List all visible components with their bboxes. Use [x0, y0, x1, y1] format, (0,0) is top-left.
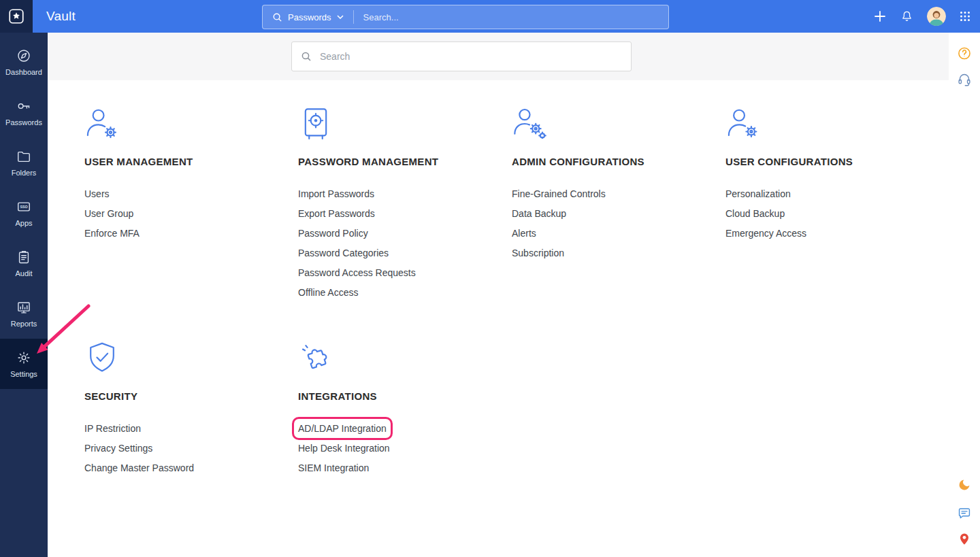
header-actions — [873, 7, 980, 26]
category-title: USER MANAGEMENT — [84, 156, 298, 167]
link-label: Export Passwords — [298, 208, 375, 219]
category-title: ADMIN CONFIGURATIONS — [512, 156, 725, 167]
link-label: Personalization — [725, 188, 791, 199]
settings-link-password-access-requests[interactable]: Password Access Requests — [298, 263, 512, 282]
user-avatar[interactable] — [927, 7, 946, 26]
settings-gear-icon — [16, 350, 31, 365]
search-scope-dropdown[interactable]: Passwords — [263, 5, 353, 29]
category-title: SECURITY — [84, 390, 298, 402]
vault-logo[interactable] — [0, 0, 33, 33]
settings-link-data-backup[interactable]: Data Backup — [512, 203, 725, 223]
settings-link-ad-ldap-integration[interactable]: AD/LDAP Integration — [298, 418, 512, 438]
settings-link-import-passwords[interactable]: Import Passwords — [298, 184, 512, 203]
category-title: INTEGRATIONS — [298, 390, 512, 402]
settings-link-subscription[interactable]: Subscription — [512, 243, 725, 263]
global-search-input[interactable] — [354, 12, 668, 22]
link-label: Fine-Grained Controls — [512, 188, 606, 199]
settings-link-emergency-access[interactable]: Emergency Access — [725, 223, 939, 243]
search-icon — [301, 51, 312, 62]
link-label: Data Backup — [512, 208, 566, 219]
link-label: Offline Access — [298, 287, 358, 298]
settings-search-box — [291, 41, 632, 71]
settings-grid: USER MANAGEMENTUsersUser GroupEnforce MF… — [48, 80, 949, 557]
night-mode-icon[interactable] — [958, 478, 971, 492]
settings-link-ip-restriction[interactable]: IP Restriction — [84, 418, 298, 438]
sidebar-item-dashboard[interactable]: Dashboard — [0, 37, 48, 87]
link-label: Cloud Backup — [725, 208, 785, 219]
admin-configurations-icon — [512, 105, 725, 141]
settings-link-export-passwords[interactable]: Export Passwords — [298, 203, 512, 223]
settings-link-cloud-backup[interactable]: Cloud Backup — [725, 203, 939, 223]
link-label: Password Policy — [298, 228, 368, 239]
settings-category-integrations: INTEGRATIONSAD/LDAP IntegrationHelp Desk… — [298, 340, 512, 557]
settings-category-admin-configurations: ADMIN CONFIGURATIONSFine-Grained Control… — [512, 105, 725, 340]
settings-link-personalization[interactable]: Personalization — [725, 184, 939, 203]
sidebar-item-reports[interactable]: Reports — [0, 288, 48, 339]
sidebar-item-label: Folders — [12, 169, 37, 177]
sidebar-nav: DashboardPasswordsFoldersSSOAppsAuditRep… — [0, 33, 48, 557]
settings-search-input[interactable] — [318, 50, 622, 63]
sidebar-item-passwords[interactable]: Passwords — [0, 87, 48, 137]
settings-link-change-master-password[interactable]: Change Master Password — [84, 458, 298, 477]
category-title: PASSWORD MANAGEMENT — [298, 156, 512, 167]
settings-link-alerts[interactable]: Alerts — [512, 223, 725, 243]
settings-category-user-management: USER MANAGEMENTUsersUser GroupEnforce MF… — [84, 105, 298, 340]
settings-link-help-desk-integration[interactable]: Help Desk Integration — [298, 438, 512, 458]
settings-link-password-categories[interactable]: Password Categories — [298, 243, 512, 263]
category-links: Fine-Grained ControlsData BackupAlertsSu… — [512, 184, 725, 263]
dashboard-compass-icon — [16, 48, 31, 63]
highlighted-link-label: AD/LDAP Integration — [298, 423, 387, 434]
link-label: Alerts — [512, 228, 536, 239]
sidebar-item-apps[interactable]: SSOApps — [0, 188, 48, 238]
sidebar-item-folders[interactable]: Folders — [0, 137, 48, 188]
settings-link-privacy-settings[interactable]: Privacy Settings — [84, 438, 298, 458]
settings-category-password-management: PASSWORD MANAGEMENTImport PasswordsExpor… — [298, 105, 512, 340]
category-links: IP RestrictionPrivacy SettingsChange Mas… — [84, 418, 298, 477]
link-label: Enforce MFA — [84, 228, 140, 239]
category-links: UsersUser GroupEnforce MFA — [84, 184, 298, 243]
link-label: Users — [84, 188, 110, 199]
category-links: Import PasswordsExport PasswordsPassword… — [298, 184, 512, 302]
sidebar-item-label: Passwords — [5, 118, 42, 126]
link-label: Privacy Settings — [84, 443, 152, 454]
settings-link-siem-integration[interactable]: SIEM Integration — [298, 458, 512, 477]
link-label: Password Access Requests — [298, 267, 416, 278]
link-label: User Group — [84, 208, 133, 219]
link-label: Subscription — [512, 248, 564, 258]
sidebar-item-label: Reports — [11, 320, 37, 328]
search-scope-label: Passwords — [288, 12, 331, 22]
link-label: SIEM Integration — [298, 462, 369, 473]
sidebar-item-label: Dashboard — [5, 68, 42, 76]
global-search-bar: Passwords — [262, 5, 669, 29]
user-configurations-icon — [725, 105, 939, 141]
key-icon — [16, 99, 31, 114]
reports-chart-icon — [16, 300, 31, 315]
help-icon[interactable] — [958, 46, 972, 61]
audit-clipboard-icon — [16, 250, 31, 265]
search-icon — [272, 12, 282, 22]
password-safe-icon — [298, 105, 512, 141]
category-links: AD/LDAP IntegrationHelp Desk Integration… — [298, 418, 512, 477]
settings-link-offline-access[interactable]: Offline Access — [298, 282, 512, 302]
apps-grid-icon[interactable] — [960, 11, 970, 22]
location-pin-icon[interactable] — [958, 532, 971, 546]
sidebar-item-audit[interactable]: Audit — [0, 238, 48, 288]
chevron-down-icon — [337, 15, 344, 19]
svg-text:SSO: SSO — [20, 205, 27, 209]
link-label: IP Restriction — [84, 423, 141, 434]
add-icon[interactable] — [873, 10, 887, 23]
folder-icon — [16, 149, 31, 164]
settings-page: USER MANAGEMENTUsersUser GroupEnforce MF… — [48, 33, 949, 557]
settings-link-fine-grained-controls[interactable]: Fine-Grained Controls — [512, 184, 725, 203]
settings-link-enforce-mfa[interactable]: Enforce MFA — [84, 223, 298, 243]
feedback-chat-icon[interactable] — [958, 506, 972, 520]
bell-icon[interactable] — [900, 10, 913, 23]
sidebar-item-settings[interactable]: Settings — [0, 339, 48, 389]
link-label: Password Categories — [298, 248, 389, 258]
integrations-puzzle-icon — [298, 340, 512, 375]
vault-logo-icon — [7, 7, 25, 25]
settings-link-password-policy[interactable]: Password Policy — [298, 223, 512, 243]
settings-link-users[interactable]: Users — [84, 184, 298, 203]
settings-link-user-group[interactable]: User Group — [84, 203, 298, 223]
support-headset-icon[interactable] — [958, 72, 972, 86]
